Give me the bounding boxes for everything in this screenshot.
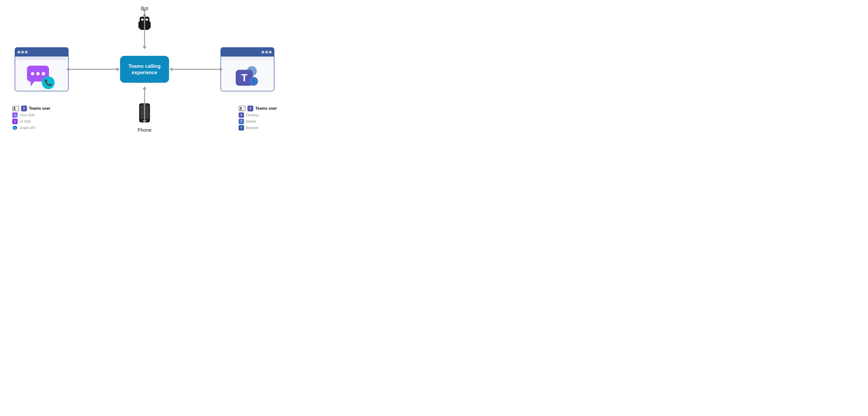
left-title: Teams user [29, 106, 51, 111]
arrow-bottom [144, 89, 145, 121]
rdot1 [262, 51, 264, 53]
svg-point-9 [31, 72, 34, 75]
svg-rect-4 [141, 19, 144, 21]
svg-point-11 [42, 72, 45, 75]
left-browser-card: 📞 [15, 47, 69, 91]
mobile-label: Mobile [246, 120, 256, 123]
graph-api-row: G Graph API [12, 125, 51, 130]
chat-phone-icon: 📞 [26, 64, 58, 90]
svg-rect-38 [243, 108, 244, 109]
teams-logo-large: T 👤 [233, 64, 262, 91]
person-card-icon-left [12, 106, 19, 111]
teams-icon-right: T [247, 105, 253, 111]
browser-row: T Browser [239, 125, 277, 130]
ui-sdk-row: T UI SDK [12, 119, 51, 124]
arrow-top [144, 10, 145, 47]
ui-sdk-label: UI SDK [20, 120, 31, 123]
svg-text:📞: 📞 [44, 78, 53, 87]
left-info: T Teams user T + Core SDK T UI SDK G [12, 105, 51, 130]
arrow-right [172, 69, 220, 70]
dot1 [18, 51, 20, 53]
rdot2 [265, 51, 268, 53]
svg-rect-16 [13, 109, 16, 110]
svg-rect-36 [239, 109, 242, 110]
svg-rect-18 [17, 108, 18, 109]
desktop-icon: T [239, 113, 244, 118]
center-label: Teams calling experience [120, 63, 169, 76]
svg-text:T: T [23, 107, 25, 110]
svg-point-15 [13, 107, 16, 109]
left-titlebar [15, 48, 68, 57]
right-info: T Teams user T Desktop T Mobile T Browse… [239, 105, 277, 130]
svg-marker-8 [31, 82, 34, 87]
svg-point-35 [240, 107, 242, 109]
svg-text:T: T [241, 114, 243, 117]
svg-point-10 [36, 72, 40, 75]
core-sdk-label: Core SDK [20, 113, 35, 117]
svg-text:T: T [241, 72, 247, 84]
graph-api-icon: G [12, 125, 18, 130]
diagram: Bot [10, 6, 279, 133]
svg-rect-5 [146, 19, 148, 21]
svg-rect-17 [17, 107, 19, 108]
center-box: Teams calling experience [120, 56, 169, 83]
svg-text:T: T [14, 120, 16, 123]
svg-text:T: T [249, 107, 251, 110]
rdot3 [269, 51, 272, 53]
ui-sdk-icon: T [12, 119, 18, 124]
person-card-icon-right [239, 106, 246, 111]
core-sdk-row: T + Core SDK [12, 113, 51, 118]
right-browser-body: T 👤 [221, 60, 274, 91]
graph-api-label: Graph API [20, 126, 35, 130]
svg-text:+: + [16, 116, 17, 118]
right-title: Teams user [255, 106, 277, 111]
left-browser-body: 📞 [15, 60, 68, 91]
svg-text:T: T [241, 120, 243, 123]
left-title-row: T Teams user [12, 105, 51, 111]
mobile-row: T Mobile [239, 119, 277, 124]
desktop-row: T Desktop [239, 113, 277, 118]
core-sdk-icon: T + [12, 113, 18, 118]
dot2 [21, 51, 24, 53]
dot3 [25, 51, 27, 53]
browser-label: Browser [246, 126, 258, 130]
phone-label: Phone [137, 127, 152, 133]
svg-text:G: G [14, 127, 16, 129]
desktop-label: Desktop [246, 113, 258, 117]
right-title-row: T Teams user [239, 105, 277, 111]
arrow-left [69, 69, 117, 70]
right-browser-card: T 👤 [220, 47, 274, 91]
mobile-icon: T [239, 119, 244, 124]
svg-rect-37 [243, 107, 245, 108]
svg-text:T: T [241, 126, 243, 130]
right-titlebar [221, 48, 274, 57]
svg-text:👤: 👤 [252, 79, 256, 84]
teams-icon-left: T [21, 105, 27, 111]
browser-icon: T [239, 125, 244, 130]
